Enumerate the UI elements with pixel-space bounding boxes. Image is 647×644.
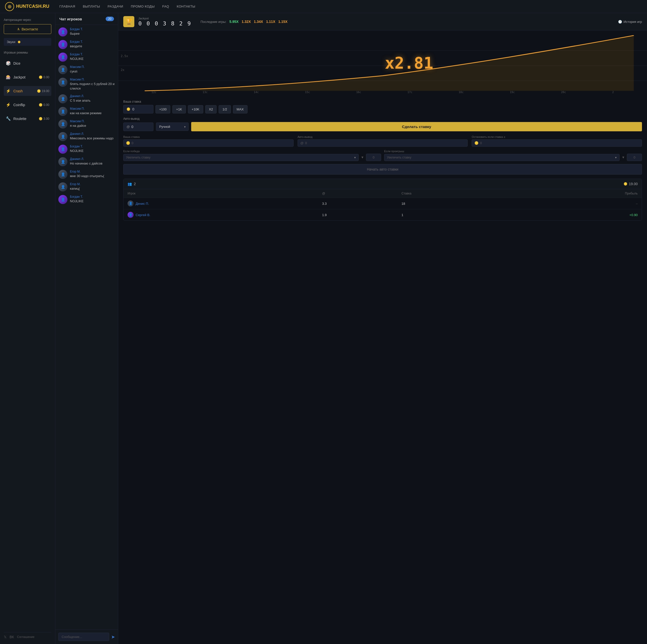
chat-msg-text: NOJLIKE [70, 199, 83, 204]
x-label-15: 15с [305, 90, 310, 94]
auto-lose-select[interactable]: Увеличить ставку [384, 154, 620, 161]
coinflip-badge: 🪙 0.00 [39, 103, 49, 106]
vk-login-button[interactable]: 𝐀 Вконтакте [4, 24, 51, 34]
start-auto-button[interactable]: Начать авто ставки [123, 164, 642, 174]
players-icon: 👥 [128, 182, 132, 186]
game-area: 🏆 Jackpot 0 0 0 3 8 2 9 Последние игры: … [118, 13, 647, 644]
auto-row-1: Ваша ставка 🪙 0 Авто-вывод @ 0 Остановит… [123, 135, 642, 147]
jackpot-value: 0 0 0 3 8 2 9 [138, 20, 192, 27]
mode-roulette-label: Roulette [13, 117, 36, 121]
nav-promo[interactable]: ПРОМО КОДЫ [131, 5, 155, 8]
btn-x2[interactable]: X2 [205, 105, 217, 114]
btn-plus100[interactable]: +100 [155, 105, 170, 114]
mode-dice-label: Dice [13, 61, 49, 65]
chat-message: 👤 Максим П. сука\ [58, 65, 115, 74]
nav-payouts[interactable]: ВЫПЛАТЫ [83, 5, 100, 8]
auto-withdraw-input[interactable] [131, 125, 144, 129]
chat-avatar: 👤 [58, 107, 67, 116]
chat-msg-text: я на дайсе [70, 124, 86, 128]
chart-y-label-25: 2.5x [121, 54, 128, 58]
x-label-19: 19с [510, 90, 515, 94]
btn-half[interactable]: 1/2 [219, 105, 231, 114]
player-stake: 1 [398, 209, 510, 221]
nav-home[interactable]: ГЛАВНАЯ [59, 5, 75, 8]
logo[interactable]: ◎ HUNTCASH.RU [5, 2, 49, 11]
crash-badge: 🪙 19.00 [37, 89, 49, 93]
mode-jackpot[interactable]: 🎰 Jackpot 🪙 0.00 [4, 72, 51, 82]
btn-max[interactable]: MAX [233, 105, 247, 114]
chat-avatar: 👤 [58, 65, 67, 74]
auto-win-divider: ▼ [361, 155, 364, 159]
sound-dot [18, 41, 20, 43]
agreement-link[interactable]: Соглашение [17, 635, 34, 639]
chat-input[interactable] [58, 633, 109, 641]
mode-coinflip[interactable]: ⚡ Coinflip 🪙 0.00 [4, 100, 51, 110]
sounds-row[interactable]: Звуки [4, 38, 51, 46]
chat-msg-name: Максим П. [70, 78, 115, 81]
auto-win-input[interactable] [366, 154, 381, 161]
col-auto: @ [318, 189, 398, 198]
chat-msg-body: Даниил Л. Миксовать все режимы надо [70, 132, 114, 141]
auto-withdraw-group: Авто-вывод @ Ручной Авто Сделать ставку [123, 117, 642, 131]
auto-lose-input[interactable] [627, 154, 642, 161]
btn-plus10k[interactable]: +10K [188, 105, 203, 114]
players-header: 👥 2 🪙 19.00 [124, 179, 642, 189]
chat-msg-text: как на каком режиме [70, 111, 101, 116]
chat-count: 20 [105, 17, 114, 21]
twitter-icon[interactable]: 𝕏 [4, 635, 7, 639]
players-thead: Игрок @ Ставка Прибыль [124, 189, 642, 198]
chat-message: 👤 Богдан Т. NOJLIKE [58, 145, 115, 154]
mode-select[interactable]: Ручной Авто [156, 123, 189, 131]
chat-msg-name: Максим П. [70, 65, 84, 69]
chat-msg-body: Даниил Л. С 5 изи апать [70, 94, 90, 103]
auto-withdraw-row: @ Ручной Авто Сделать ставку [123, 122, 642, 131]
players-tbody: 👤 Денис П. 3.3 18 – 👤 Сергей В. 1.9 1 +0… [124, 198, 642, 221]
mode-roulette[interactable]: 🔧 Roulette 🪙 3.00 [4, 114, 51, 124]
make-bet-button[interactable]: Сделать ставку [191, 122, 642, 131]
chat-msg-text: сука\ [70, 69, 84, 74]
auto-win-label: Если победа [123, 150, 381, 153]
chat-msg-name: Богдан Т. [70, 195, 83, 199]
auto-win-select-wrap: Увеличить ставку [123, 154, 359, 161]
chat-msg-text: Миксовать все режимы надо [70, 136, 114, 141]
chat-msg-name: Егор М. [70, 183, 80, 186]
chat-avatar: 👤 [58, 195, 67, 204]
chart-x-labels: 12с 13с 14с 15с 16с 17с 18с 19с 20с 2 [118, 90, 647, 94]
crash-chart [118, 30, 647, 96]
nav-contacts[interactable]: КОНТАКТЫ [176, 5, 195, 8]
players-header-row: Игрок @ Ставка Прибыль [124, 189, 642, 198]
history-button[interactable]: 🕐 История игр [618, 20, 642, 24]
nav-faq[interactable]: FAQ [162, 5, 169, 8]
player-name-link[interactable]: 👤 Сергей В. [128, 212, 314, 218]
auto-field-stake: Ваша ставка 🪙 0 [123, 135, 294, 147]
chat-msg-text: капиц( [70, 187, 80, 191]
bet-input[interactable] [132, 107, 150, 111]
chat-send-button[interactable]: ➤ [111, 634, 115, 640]
chat-msg-text: NOJLIKE [70, 57, 83, 61]
mode-crash[interactable]: ⚡ Crash 🪙 19.00 [4, 86, 51, 96]
chart-container: 2.5x 2x x2.81 12с 13с 14с 15с 16с 17с 18… [118, 30, 647, 96]
nav-giveaways[interactable]: РАЗДАЧИ [107, 5, 123, 8]
chat-msg-name: Богдан Т. [70, 53, 83, 56]
player-name-link[interactable]: 👤 Денис П. [128, 201, 314, 207]
chat-msg-body: Даниил Л. Но начинаю с дайсов [70, 157, 102, 166]
auto-field-stake-label: Ваша ставка [123, 135, 294, 138]
your-bet-group: Ваша ставка 🪙 +100 +1K +10K X2 1/2 MAX [123, 100, 642, 114]
auto-withdraw-label: Авто-вывод [123, 117, 642, 121]
auto-win-field: Если победа Увеличить ставку ▼ [123, 150, 381, 161]
vk-footer-icon[interactable]: ВК [10, 635, 14, 639]
chat-avatar: 👤 [58, 157, 67, 166]
btn-plus1k[interactable]: +1K [172, 105, 186, 114]
chat-msg-name: Богдан Т. [70, 40, 83, 44]
chat-msg-name: Даниил Л. [70, 157, 102, 161]
last-label: Последние игры: [201, 20, 226, 24]
x-label-2: 2 [612, 90, 614, 94]
auto-win-select[interactable]: Увеличить ставку [123, 154, 359, 161]
chat-avatar: 👤 [58, 27, 67, 37]
chat-avatar: 👤 [58, 53, 67, 62]
mode-dice[interactable]: 🎲 Dice [4, 58, 51, 68]
auth-label: Авторизация через: [4, 18, 51, 22]
chat-msg-name: Богдан Т. [70, 145, 83, 148]
logo-icon: ◎ [5, 2, 14, 11]
main-layout: Авторизация через: 𝐀 Вконтакте Звуки Игр… [0, 13, 647, 644]
